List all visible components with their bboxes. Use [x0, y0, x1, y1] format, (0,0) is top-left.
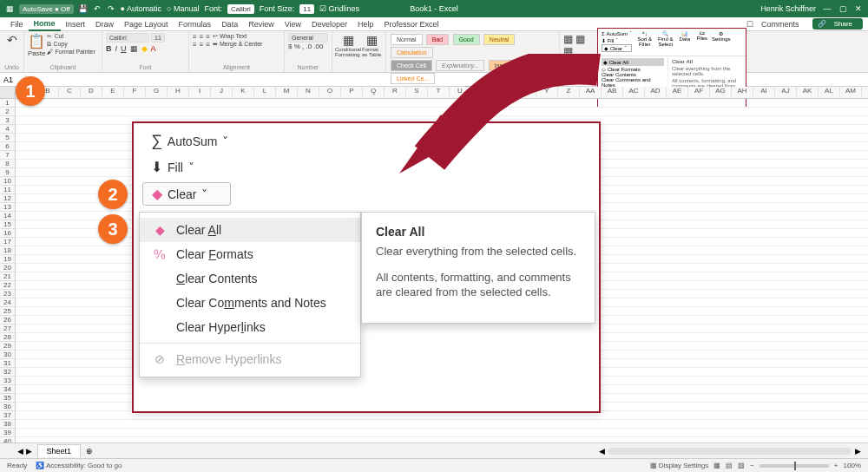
style-bad[interactable]: Bad [426, 34, 449, 45]
col-header[interactable]: X [515, 87, 536, 98]
align-right[interactable]: ≡ [206, 41, 210, 49]
row-header[interactable]: 13 [0, 203, 16, 212]
mini-data[interactable]: 📊Data [677, 30, 693, 56]
gridlines-toggle[interactable]: ☑ Gridlines [319, 4, 359, 13]
save-icon[interactable]: 💾 [79, 4, 88, 13]
row-header[interactable]: 5 [0, 134, 16, 142]
hscroll-right[interactable]: ▶ [855, 447, 861, 456]
mini-settings[interactable]: ⚙Settings [712, 30, 731, 56]
row-header[interactable]: 15 [0, 220, 16, 229]
mini-clear-all[interactable]: ◆ Clear All [602, 58, 664, 66]
row-header[interactable]: 3 [0, 116, 16, 125]
view-break-icon[interactable]: ▧ [738, 462, 745, 469]
col-header[interactable]: N [298, 87, 319, 98]
col-header[interactable]: G [146, 87, 168, 98]
mini-clear-formats[interactable]: ◇ Clear Formats [602, 66, 664, 72]
font-color-button[interactable]: A [151, 44, 156, 53]
mini-files[interactable]: 🗂Files [694, 30, 710, 56]
col-header[interactable]: AL [819, 87, 840, 98]
col-header[interactable]: AE [667, 87, 688, 98]
maximize-icon[interactable]: ▢ [838, 4, 847, 13]
col-header[interactable]: Z [558, 87, 580, 98]
col-header[interactable]: J [211, 87, 233, 98]
tab-view[interactable]: View [279, 18, 306, 30]
row-header[interactable]: 30 [0, 351, 16, 359]
cond-format-button[interactable]: Conditional Formatting [335, 47, 361, 57]
close-icon[interactable]: ✕ [854, 4, 863, 13]
underline-button[interactable]: U [121, 44, 127, 53]
tab-insert[interactable]: Insert [61, 18, 91, 30]
row-header[interactable]: 36 [0, 403, 16, 411]
row-header[interactable]: 32 [0, 368, 16, 377]
clear-button[interactable]: ◆ Clear ˅ [142, 182, 231, 206]
style-calc[interactable]: Calculation [391, 47, 433, 58]
redo-icon[interactable]: ↷ [107, 4, 115, 13]
add-sheet-button[interactable]: ⊕ [86, 447, 93, 456]
font-size[interactable]: 11 [151, 33, 165, 43]
row-header[interactable]: 17 [0, 238, 16, 246]
col-header[interactable]: Q [363, 87, 385, 98]
col-header[interactable]: D [81, 87, 102, 98]
row-header[interactable]: 19 [0, 255, 16, 264]
col-header[interactable]: AI [753, 87, 775, 98]
calc-manual[interactable]: ○ Manual [167, 4, 199, 13]
row-header[interactable]: 14 [0, 212, 16, 220]
row-header[interactable]: 23 [0, 290, 16, 298]
row-header[interactable]: 16 [0, 229, 16, 238]
view-normal-icon[interactable]: ▦ [713, 462, 720, 469]
status-accessibility[interactable]: ♿ Accessibility: Good to go [36, 462, 122, 469]
row-header[interactable]: 2 [0, 108, 16, 116]
mini-find[interactable]: 🔍Find & Select [656, 30, 675, 56]
row-header[interactable]: 24 [0, 298, 16, 307]
align-left[interactable]: ≡ [193, 41, 197, 49]
row-header[interactable]: 34 [0, 385, 16, 394]
row-header[interactable]: 4 [0, 125, 16, 134]
menu-clear-hyperlinks[interactable]: Clear Hyperlinks [140, 315, 360, 339]
col-header[interactable]: F [124, 87, 146, 98]
merge-center[interactable]: ⬌ Merge & Center [213, 41, 262, 49]
fontsize-combo[interactable]: 11 [299, 4, 314, 14]
style-input[interactable]: Input [489, 60, 515, 71]
menu-clear-all[interactable]: ◆Clear All [140, 218, 360, 242]
copy-button[interactable]: ⧉ Copy [47, 41, 95, 48]
row-header[interactable]: 1 [0, 99, 16, 108]
sheet-tab-1[interactable]: Sheet1 [37, 444, 82, 457]
row-header[interactable]: 26 [0, 316, 16, 324]
format-painter-button[interactable]: 🖌 Format Painter [47, 49, 95, 55]
border-button[interactable]: ▦ [130, 44, 138, 53]
col-header[interactable]: K [233, 87, 254, 98]
col-header[interactable]: AG [710, 87, 732, 98]
style-neutral[interactable]: Neutral [483, 34, 516, 45]
paste-button[interactable]: Paste [28, 49, 45, 57]
row-header[interactable]: 18 [0, 246, 16, 255]
col-header[interactable]: AF [688, 87, 710, 98]
comments-button[interactable]: ☐ Comments [741, 18, 809, 30]
bold-button[interactable]: B [106, 44, 112, 53]
row-header[interactable]: 31 [0, 359, 16, 368]
font-name[interactable]: Calibri [106, 33, 149, 43]
row-header[interactable]: 12 [0, 194, 16, 203]
style-good[interactable]: Good [453, 34, 480, 45]
menu-clear-comments[interactable]: Clear Comments and Notes [140, 291, 360, 315]
zoom-in[interactable]: + [834, 462, 838, 469]
col-header[interactable]: T [428, 87, 450, 98]
wrap-text[interactable]: ↩ Wrap Text [213, 33, 247, 41]
autosum-button[interactable]: ∑ AutoSum ˅ [142, 130, 231, 152]
align-mid[interactable]: ≡ [200, 33, 204, 41]
col-header[interactable]: AD [645, 87, 667, 98]
col-header[interactable]: O [319, 87, 341, 98]
row-header[interactable]: 21 [0, 272, 16, 281]
style-explan[interactable]: Explanatory... [436, 60, 484, 71]
style-linked[interactable]: Linked Ce... [391, 73, 435, 84]
menu-clear-contents[interactable]: Clear Contents [140, 266, 360, 291]
col-header[interactable]: AA [580, 87, 602, 98]
col-header[interactable]: I [189, 87, 211, 98]
row-header[interactable]: 39 [0, 429, 16, 437]
col-header[interactable]: AM [840, 87, 862, 98]
mini-clear[interactable]: ◆ Clear ˅ [602, 44, 632, 52]
share-button[interactable]: 🔗 Share [812, 18, 863, 30]
col-header[interactable]: V [471, 87, 493, 98]
mini-fill[interactable]: ⬇ Fill ˅ [602, 37, 632, 43]
row-header[interactable]: 6 [0, 142, 16, 151]
col-header[interactable]: C [59, 87, 81, 98]
